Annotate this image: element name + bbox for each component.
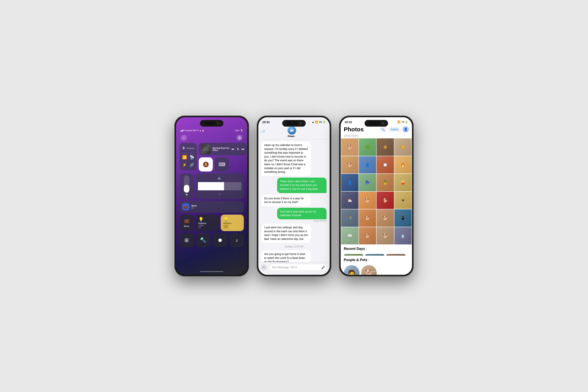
msg-wifi-icon: ▲ 📶 [312,120,318,124]
photo-thumb[interactable]: ☀ [394,192,412,209]
photo-thumb[interactable]: ⌚ [376,156,394,174]
music-title: Burning Down theOffice [212,147,229,151]
message-text: Are you going to get home in time to wat… [264,252,305,262]
photo-thumb[interactable]: 🐕 [341,156,358,174]
recent-day-sep12[interactable]: 🍂 Sep 12 [386,254,406,256]
msg-battery: 80 🔋 [319,120,326,124]
wifi-button[interactable]: 📡 [188,154,195,160]
hallway-lights-tile[interactable]: 💡 Hallway Lights Off [196,214,219,231]
bluetooth-button[interactable]: ⚡ [181,162,188,168]
photo-thumb[interactable]: 📖 [341,227,358,244]
phone-notch [364,120,388,126]
photo-thumb[interactable]: 🥤 [394,227,412,244]
briefcase-icon: 💼 [184,204,188,209]
person-1[interactable]: 🧑 [344,265,360,275]
dynamic-island [368,121,380,125]
photo-thumb[interactable]: 🌿 [359,138,376,156]
photo-thumb[interactable]: 🥘 [376,138,394,156]
airdrop-icon: 🔗 [190,163,194,167]
work-focus-icon: 💼 [182,203,189,210]
photo-thumb[interactable]: 🐕 [376,209,394,227]
message-input[interactable]: Text Message • RCS 🎤 [269,264,327,271]
photos-time: 10:31 [344,120,352,124]
power-button[interactable]: ⏻ [236,135,243,141]
music-controls: ⏮ ⏸ ⏭ [231,148,244,151]
photo-thumb[interactable]: 📱 [394,209,412,227]
carrier-label: T-Mobile [184,129,192,132]
shazam-button[interactable]: ♪ [230,233,244,247]
volume-tile: 🔈 ♡ [196,174,244,199]
kitchen-lights-tile[interactable]: 💡 Kitchen Lights 100% [221,214,244,231]
battery-percent: 80% [235,129,240,132]
brightness-tile[interactable]: ☀ [180,174,194,199]
calculator-button[interactable]: ⌨ [215,158,229,172]
contact-avatar[interactable]: 🏔 [288,126,296,135]
user-avatar[interactable]: 👤 [402,126,409,132]
qr-icon: ⊞ [184,237,189,243]
music-tile[interactable]: STOPTALKING Burning Down theOffice ⏮ ⏸ ⏭ [199,143,247,156]
calculator-icon: ⌨ [218,162,226,167]
photo-thumb[interactable]: 🐈 [394,138,412,156]
recent-day-tuesday[interactable]: 🧑 Tuesday [344,254,364,256]
front-camera [300,122,302,124]
photo-thumb[interactable]: 🐕 [376,192,394,209]
photo-thumb[interactable]: 🍟 [394,174,412,191]
attach-button[interactable]: + [261,264,267,270]
home-bar[interactable] [282,271,306,272]
airplane-row[interactable]: ✈ Airplane [181,144,195,152]
cellular-button[interactable]: 📶 [181,154,188,160]
wifi-cellular-row: 📶 📡 [181,154,195,161]
kitchen-state: 100% [224,226,241,229]
photo-thumb[interactable]: 👤 [359,156,376,174]
back-button[interactable]: ‹ 7 [262,130,265,134]
play-pause-button[interactable]: ⏸ [236,148,240,151]
photo-thumb[interactable]: 👫 [341,209,358,227]
photo-thumb[interactable]: 👤 [341,174,358,191]
input-area: + Text Message • RCS 🎤 [258,262,330,275]
battery-icon: 🔋 [240,129,243,132]
mic-button[interactable]: 🎤 [321,266,325,269]
photo-count: 16,612 Items [341,134,412,138]
search-button[interactable]: 🔍 [380,126,386,133]
work-focus-tile[interactable]: 💼 Work On [180,201,244,213]
photo-thumb[interactable]: 🔥 [394,156,412,174]
photo-thumb[interactable]: 🍍 [376,174,394,191]
screen-record-button[interactable]: ⏺ [213,233,227,247]
photo-thumb[interactable]: ⛅ [341,192,358,209]
photo-thumb[interactable]: 🐕 [359,192,376,209]
music-info: Burning Down theOffice [212,147,229,151]
flashlight-button[interactable]: 🔦 [196,233,210,247]
recent-days-section: Recent Days › [341,244,412,252]
hallway-sublabel: Lights [198,224,216,226]
previous-track-button[interactable]: ⏮ [231,148,234,151]
mute-button[interactable]: 🔕 [199,158,213,172]
person-2[interactable]: 🐕 [361,265,377,275]
select-button[interactable]: Select [388,126,401,132]
photo-thumb[interactable]: 🐕 [359,209,376,227]
messages-screen: 10:31 ▲ 📶 80 🔋 ‹ 7 🏔 Klaas [258,117,330,275]
message-7: Are you going to get home in time to wat… [262,250,326,262]
photo-thumb[interactable]: 🐕 [359,227,376,244]
brightness-slider[interactable] [184,176,189,193]
work-home-label: Work [184,225,189,227]
photo-thumb[interactable]: 🐕 [376,227,394,244]
airdrop-button[interactable]: 🔗 [188,162,195,168]
photo-thumb[interactable]: 🐕 [341,138,358,156]
qr-code-button[interactable]: ⊞ [180,233,194,247]
dynamic-island [204,121,216,125]
messages-body[interactable]: clean up my calendar at mom's request. I… [258,139,330,262]
record-icon: ⏺ [218,237,223,243]
message-text: That's fine! I don't think I can recover… [280,180,318,190]
home-bar[interactable] [364,271,388,272]
next-track-button[interactable]: ⏭ [242,148,244,151]
work-home-tile[interactable]: 💼 Work [180,214,194,231]
home-bar[interactable] [200,271,224,272]
kitchen-label: Kitchen [224,222,241,224]
contact-name[interactable]: Klaas › [288,135,296,138]
saturday-image: 🕶 [365,254,384,256]
volume-slider[interactable] [198,182,242,190]
add-widget-button[interactable]: + [181,135,187,141]
recent-day-saturday[interactable]: 🕶 Saturday [365,254,384,256]
back-chevron: ‹ [262,130,263,134]
photo-thumb[interactable]: 🫐 [359,174,376,191]
